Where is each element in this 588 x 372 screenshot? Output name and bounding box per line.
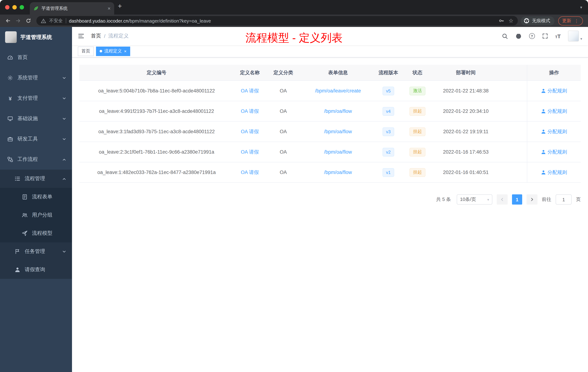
definition-name-link[interactable]: OA 请假	[241, 88, 259, 94]
breadcrumb-home[interactable]: 首页	[91, 33, 101, 39]
sidebar-item-process-model[interactable]: 流程模型	[0, 224, 72, 242]
sidebar-item-home[interactable]: 首页	[0, 47, 72, 68]
url-path: /bpm/manager/definition?key=oa_leave	[128, 18, 211, 23]
tab-close-icon[interactable]: ×	[108, 5, 111, 11]
user-avatar-menu[interactable]: ▾	[568, 31, 582, 42]
sidebar-item-label: 任务管理	[25, 248, 45, 255]
sidebar-item-workflow[interactable]: 工作流程	[0, 149, 72, 170]
sidebar-item-system[interactable]: 系统管理	[0, 68, 72, 88]
assign-rule-button[interactable]: 分配规则	[541, 149, 567, 155]
github-icon[interactable]	[515, 33, 522, 39]
browser-menu-icon[interactable]: ⋮	[574, 18, 579, 23]
window-zoom-button[interactable]	[20, 5, 24, 10]
url-text[interactable]: dashboard.yudao.iocoder.cn/bpm/manager/d…	[69, 18, 495, 23]
sidebar-item-process-manage[interactable]: 流程管理	[0, 170, 72, 188]
cell-deploy-time: 2022-01-22 19:19:11	[433, 121, 498, 142]
definition-name-link[interactable]: OA 请假	[241, 108, 259, 114]
omnibox-divider	[66, 18, 66, 23]
status-badge: 激活	[410, 87, 425, 95]
page-size-select[interactable]: 10条/页 ▾	[457, 194, 492, 205]
definition-name-link[interactable]: OA 请假	[241, 149, 259, 155]
col-deploy-time: 部署时间	[433, 65, 498, 80]
new-tab-button[interactable]: +	[118, 2, 122, 10]
user-icon	[541, 170, 546, 175]
status-badge: 挂起	[410, 168, 425, 177]
tab-search-icon[interactable]: ▾	[580, 5, 582, 10]
cell-id: oa_leave:3:1fad3d93-7b75-11ec-a3c8-acde4…	[79, 121, 234, 142]
sidebar-item-infra[interactable]: 基础设施	[0, 109, 72, 129]
assign-rule-button[interactable]: 分配规则	[541, 169, 567, 176]
sidebar-item-label: 支付管理	[17, 95, 38, 101]
chevron-down-icon	[62, 250, 66, 253]
browser-tab[interactable]: 芋道管理系统 ×	[30, 2, 114, 15]
flag-icon	[15, 249, 20, 254]
document-icon	[22, 194, 28, 200]
cell-category: OA	[266, 121, 301, 142]
content-area: 定义编号 定义名称 定义分类 表单信息 流程版本 状态 部署时间 操作 oa_l…	[72, 57, 588, 372]
avatar-caret-icon[interactable]: ▾	[580, 37, 582, 42]
breadcrumb: 首页 / 流程定义	[91, 33, 129, 39]
sidebar-item-leave-query[interactable]: 请假查询	[0, 261, 72, 279]
update-label: 更新	[562, 18, 571, 24]
table-row: oa_leave:2:3c1f0ef1-76b1-11ec-9c66-a2380…	[79, 142, 581, 162]
sidebar-item-task-manage[interactable]: 任务管理	[0, 242, 72, 261]
password-key-icon[interactable]	[498, 18, 504, 24]
chevron-down-icon	[62, 137, 66, 141]
tag-process-definition[interactable]: 流程定义 ×	[96, 46, 130, 56]
assign-rule-button[interactable]: 分配规则	[541, 128, 567, 135]
chevron-up-icon	[62, 177, 66, 181]
sidebar-fold-icon[interactable]	[78, 33, 84, 39]
user-icon	[541, 109, 546, 114]
sidebar-item-process-form[interactable]: 流程表单	[0, 188, 72, 206]
breadcrumb-current: 流程定义	[108, 33, 129, 39]
user-icon	[541, 129, 546, 134]
sidebar-logo[interactable]: 芋道管理系统	[0, 27, 72, 47]
select-caret-icon: ▾	[487, 197, 489, 201]
main-panel: 首页 / 流程定义 ? TT	[72, 27, 588, 372]
assign-rule-button[interactable]: 分配规则	[541, 108, 567, 114]
version-badge: v1	[382, 168, 394, 177]
form-link[interactable]: /bpm/oa/flow	[324, 170, 352, 175]
definition-name-link[interactable]: OA 请假	[241, 169, 259, 176]
tag-close-icon[interactable]: ×	[124, 49, 126, 54]
search-icon[interactable]	[502, 33, 508, 39]
reload-button[interactable]	[23, 16, 33, 26]
table-row: oa_leave:5:004b710b-7b8a-11ec-8ef0-acde4…	[79, 81, 581, 101]
window-close-button[interactable]	[5, 5, 10, 10]
omnibox-right-icons: ☆	[498, 17, 514, 24]
goto-page-input[interactable]	[556, 194, 572, 205]
cell-category: OA	[266, 101, 301, 121]
sidebar-item-user-group[interactable]: 用户分组	[0, 206, 72, 224]
cell-category: OA	[266, 162, 301, 182]
help-icon[interactable]: ?	[529, 33, 535, 39]
cell-category: OA	[266, 142, 301, 162]
window-minimize-button[interactable]	[12, 5, 17, 10]
gear-icon	[7, 75, 13, 81]
sidebar-item-pay[interactable]: ¥ 支付管理	[0, 88, 72, 109]
tag-home[interactable]: 首页	[78, 46, 94, 56]
logo-title: 芋道管理系统	[20, 34, 52, 41]
cell-deploy-time: 2022-01-16 17:46:53	[433, 142, 498, 162]
fullscreen-icon[interactable]	[542, 33, 548, 39]
address-bar[interactable]: 不安全 dashboard.yudao.iocoder.cn/bpm/manag…	[36, 16, 518, 25]
insecure-warning-icon[interactable]	[41, 18, 46, 23]
form-link[interactable]: /bpm/oa/flow	[324, 149, 352, 155]
sidebar-item-devtools[interactable]: 研发工具	[0, 129, 72, 149]
form-link[interactable]: /bpm/oa/leave/create	[315, 88, 361, 94]
browser-update-button[interactable]: 更新 ⋮	[558, 16, 583, 25]
sidebar-item-label: 用户分组	[32, 212, 52, 219]
workflow-icon	[7, 156, 13, 162]
goto-unit-label: 页	[576, 196, 581, 203]
assign-rule-button[interactable]: 分配规则	[541, 88, 567, 94]
font-size-icon[interactable]: TT	[555, 33, 561, 39]
user-icon	[541, 88, 546, 93]
next-page-button[interactable]	[526, 194, 537, 205]
sidebar-item-label: 首页	[17, 54, 28, 61]
page-number-button[interactable]: 1	[512, 194, 522, 205]
form-link[interactable]: /bpm/oa/flow	[324, 109, 352, 114]
avatar[interactable]	[568, 31, 579, 42]
bookmark-star-icon[interactable]: ☆	[509, 17, 514, 24]
definition-name-link[interactable]: OA 请假	[241, 128, 259, 135]
back-button[interactable]	[3, 16, 13, 26]
form-link[interactable]: /bpm/oa/flow	[324, 129, 352, 134]
